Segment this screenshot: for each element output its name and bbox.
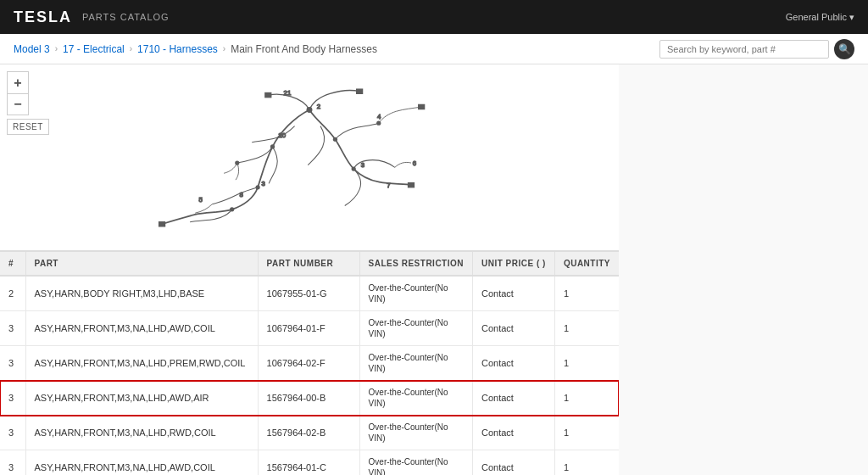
svg-text:5: 5: [199, 196, 203, 204]
cell-part: ASY,HARN,FRONT,M3,NA,LHD,AWD,COIL: [25, 311, 258, 346]
col-part: PART: [25, 252, 258, 276]
harness-diagram: 2 3 3 5 6 7 8 20 21 4: [97, 73, 521, 243]
search-button[interactable]: 🔍: [834, 39, 854, 59]
cell-sales: Over-the-Counter(No VIN): [359, 450, 472, 476]
svg-rect-8: [159, 221, 165, 226]
cell-sales: Over-the-Counter(No VIN): [359, 311, 472, 346]
cell-sales: Over-the-Counter(No VIN): [359, 381, 472, 416]
col-price: UNIT PRICE ( ): [473, 252, 555, 276]
cell-sales: Over-the-Counter(No VIN): [359, 276, 472, 311]
svg-rect-12: [419, 104, 425, 109]
parts-tbody: 2ASY,HARN,BODY RIGHT,M3,LHD,BASE1067955-…: [0, 276, 619, 475]
table-row[interactable]: 2ASY,HARN,BODY RIGHT,M3,LHD,BASE1067955-…: [0, 276, 619, 311]
breadcrumb-current: Main Front And Body Harnesses: [231, 43, 377, 55]
svg-text:2: 2: [317, 102, 320, 109]
zoom-out-button[interactable]: −: [7, 93, 29, 115]
cell-sales: Over-the-Counter(No VIN): [359, 346, 472, 381]
reset-button[interactable]: RESET: [7, 119, 49, 135]
svg-text:4: 4: [377, 112, 381, 120]
cell-partnumber: 1067955-01-G: [258, 276, 359, 311]
cell-qty: 1: [554, 346, 619, 381]
breadcrumb-harnesses[interactable]: 1710 - Harnesses: [137, 43, 218, 55]
tesla-logo: TESLA: [14, 8, 72, 26]
cell-num: 3: [0, 311, 25, 346]
cell-price: Contact: [473, 346, 555, 381]
cell-num: 3: [0, 381, 25, 416]
col-qty: QUANTITY: [554, 252, 619, 276]
cell-num: 3: [0, 346, 25, 381]
cell-part: ASY,HARN,FRONT,M3,NA,LHD,RWD,COIL: [25, 416, 258, 450]
cell-part: ASY,HARN,BODY RIGHT,M3,LHD,BASE: [25, 276, 258, 311]
zoom-controls: + − RESET: [7, 71, 49, 135]
svg-point-7: [376, 120, 381, 125]
breadcrumb-bar: Model 3 › 17 - Electrical › 1710 - Harne…: [0, 34, 868, 64]
cell-partnumber: 1567964-00-B: [258, 381, 359, 416]
cell-price: Contact: [473, 311, 555, 346]
breadcrumb-sep-2: ›: [130, 44, 132, 53]
cell-num: 3: [0, 450, 25, 476]
svg-point-6: [235, 160, 239, 165]
cell-part: ASY,HARN,FRONT,M3,NA,LHD,AWD,AIR: [25, 381, 258, 416]
svg-point-0: [307, 107, 313, 113]
table-header-row: # PART PART NUMBER SALES RESTRICTION UNI…: [0, 252, 619, 276]
cell-qty: 1: [554, 276, 619, 311]
breadcrumb-sep-3: ›: [223, 44, 225, 53]
parts-table: # PART PART NUMBER SALES RESTRICTION UNI…: [0, 252, 619, 475]
col-sales: SALES RESTRICTION: [359, 252, 472, 276]
svg-text:7: 7: [387, 181, 390, 188]
cell-qty: 1: [554, 311, 619, 346]
col-partnum: PART NUMBER: [258, 252, 359, 276]
table-row[interactable]: 3ASY,HARN,FRONT,M3,NA,LHD,AWD,AIR1567964…: [0, 381, 619, 416]
svg-text:3: 3: [361, 161, 364, 169]
breadcrumb: Model 3 › 17 - Electrical › 1710 - Harne…: [14, 43, 377, 55]
app-title: PARTS CATALOG: [82, 12, 170, 22]
cell-price: Contact: [473, 416, 555, 450]
table-row[interactable]: 3ASY,HARN,FRONT,M3,NA,LHD,PREM,RWD,COIL1…: [0, 346, 619, 381]
diagram-area: + − RESET: [0, 64, 619, 251]
cell-partnumber: 1067964-02-F: [258, 346, 359, 381]
svg-text:8: 8: [239, 191, 242, 198]
svg-text:20: 20: [278, 131, 286, 138]
left-panel: + − RESET: [0, 64, 619, 475]
app-header: TESLA PARTS CATALOG General Public ▾: [0, 0, 868, 34]
search-area: 🔍: [659, 39, 854, 59]
main-content: + − RESET: [0, 64, 868, 475]
svg-point-3: [230, 207, 234, 211]
svg-point-4: [333, 137, 337, 141]
breadcrumb-model3[interactable]: Model 3: [14, 43, 50, 55]
cell-partnumber: 1567964-01-C: [258, 450, 359, 476]
table-row[interactable]: 3ASY,HARN,FRONT,M3,NA,LHD,AWD,COIL106796…: [0, 311, 619, 346]
breadcrumb-electrical[interactable]: 17 - Electrical: [63, 43, 125, 55]
search-input[interactable]: [659, 40, 829, 59]
table-row[interactable]: 3ASY,HARN,FRONT,M3,NA,LHD,RWD,COIL156796…: [0, 416, 619, 450]
svg-text:6: 6: [413, 159, 416, 166]
breadcrumb-sep-1: ›: [55, 44, 58, 53]
svg-text:3: 3: [261, 180, 264, 187]
search-icon: 🔍: [838, 43, 851, 55]
cell-qty: 1: [554, 450, 619, 476]
cell-price: Contact: [473, 450, 555, 476]
col-num: #: [0, 252, 25, 276]
svg-text:21: 21: [284, 89, 292, 97]
svg-rect-11: [357, 89, 363, 93]
zoom-in-button[interactable]: +: [7, 71, 29, 93]
cell-part: ASY,HARN,FRONT,M3,NA,LHD,AWD,COIL: [25, 450, 258, 476]
table-row[interactable]: 3ASY,HARN,FRONT,M3,NA,LHD,AWD,COIL156796…: [0, 450, 619, 476]
right-panel: [619, 64, 868, 475]
cell-qty: 1: [554, 381, 619, 416]
svg-rect-9: [409, 182, 415, 187]
user-menu[interactable]: General Public ▾: [786, 12, 854, 23]
svg-rect-10: [265, 92, 271, 97]
cell-num: 2: [0, 276, 25, 311]
cell-price: Contact: [473, 276, 555, 311]
svg-point-1: [270, 144, 275, 148]
cell-partnumber: 1567964-02-B: [258, 416, 359, 450]
svg-point-2: [256, 185, 260, 189]
cell-qty: 1: [554, 416, 619, 450]
cell-partnumber: 1067964-01-F: [258, 311, 359, 346]
svg-point-5: [352, 166, 356, 170]
header-left: TESLA PARTS CATALOG: [14, 8, 170, 26]
cell-price: Contact: [473, 381, 555, 416]
cell-sales: Over-the-Counter(No VIN): [359, 416, 472, 450]
cell-num: 3: [0, 416, 25, 450]
